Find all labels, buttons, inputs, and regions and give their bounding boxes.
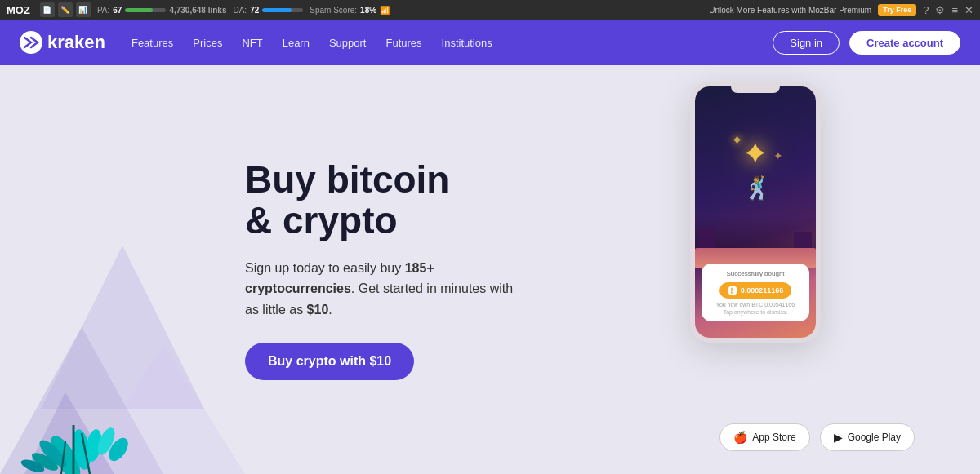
nav-links: Features Prices NFT Learn Support Future… (131, 37, 492, 49)
google-play-label: Google Play (848, 432, 901, 443)
nav-prices[interactable]: Prices (193, 37, 222, 49)
moz-icon-edit[interactable]: ✏️ (58, 2, 73, 17)
sparkle-small-icon: ✦ (773, 149, 783, 162)
hero-content: Buy bitcoin & crypto Sign up today to ea… (245, 159, 523, 381)
moz-settings-icon[interactable]: ⚙ (935, 4, 945, 16)
kraken-logo-icon (20, 31, 42, 54)
moz-close-icon[interactable]: ✕ (964, 4, 973, 16)
app-store-button[interactable]: 🍎 App Store (719, 423, 809, 451)
moz-da-bar (262, 8, 303, 12)
phone-amount-value: 0.000211166 (741, 286, 784, 295)
phone-success-title: Successfully bought (710, 270, 801, 277)
app-store-label: App Store (752, 432, 795, 443)
buy-crypto-button[interactable]: Buy crypto with $10 (245, 343, 414, 380)
hero-section: Buy bitcoin & crypto Sign up today to ea… (0, 65, 980, 474)
nav-nft[interactable]: NFT (242, 37, 262, 49)
signin-button[interactable]: Sign in (773, 31, 840, 55)
sparkle-icon: ✦ (731, 131, 743, 149)
phone-dismiss-text: Tap anywhere to dismiss. (710, 309, 801, 315)
play-icon: ▶ (834, 431, 843, 444)
moz-icon-chart[interactable]: 📊 (76, 2, 91, 17)
moz-logo: MOZ (7, 4, 30, 16)
btc-icon: ₿ (728, 286, 737, 295)
apple-icon: 🍎 (733, 431, 747, 444)
moz-spam-metric: Spam Score: 18% 📶 (310, 6, 390, 15)
phone-success-panel: Successfully bought ₿ 0.000211166 You no… (702, 264, 809, 322)
nav-right: Sign in Create account (773, 31, 960, 55)
google-play-button[interactable]: ▶ Google Play (820, 423, 915, 451)
moz-pa-bar (125, 8, 166, 12)
hero-title: Buy bitcoin & crypto (245, 159, 523, 241)
phone-notch (731, 86, 780, 93)
phone-mockup: ✦ ✦ ✦ 🕺 Successfully bought ₿ 0.00021116… (690, 82, 821, 343)
nav-learn[interactable]: Learn (283, 37, 310, 49)
store-buttons: 🍎 App Store ▶ Google Play (719, 423, 915, 451)
moz-menu-icon[interactable]: ≡ (951, 4, 958, 16)
moz-unlock-text: Unlock More Features with MozBar Premium (709, 6, 871, 15)
moz-icon-page[interactable]: 📄 (40, 2, 55, 17)
kraken-logo-text: kraken (47, 32, 105, 53)
moz-pa-metric: PA: 67 4,730,648 links (97, 6, 227, 15)
nav-institutions[interactable]: Institutions (442, 37, 492, 49)
moz-help-icon[interactable]: ? (923, 4, 929, 16)
nav-futures[interactable]: Futures (385, 37, 421, 49)
nav-support[interactable]: Support (329, 37, 367, 49)
moz-icon-group: 📄 ✏️ 📊 (40, 2, 91, 17)
hero-description: Sign up today to easily buy 185+ cryptoc… (245, 258, 523, 321)
moz-right-section: Unlock More Features with MozBar Premium… (709, 4, 973, 16)
moz-toolbar: MOZ 📄 ✏️ 📊 PA: 67 4,730,648 links DA: 72… (0, 0, 980, 20)
starburst-icon: ✦ (742, 137, 769, 170)
kraken-navbar: kraken Features Prices NFT Learn Support… (0, 20, 980, 65)
moz-da-metric: DA: 72 (233, 6, 303, 15)
phone-mockup-area: ✦ ✦ ✦ 🕺 Successfully bought ₿ 0.00021116… (690, 82, 833, 343)
kraken-logo[interactable]: kraken (20, 31, 105, 54)
moz-try-free-button[interactable]: Try Free (878, 4, 916, 16)
create-account-button[interactable]: Create account (849, 31, 960, 55)
figure-icon: 🕺 (743, 175, 772, 202)
phone-success-amount: ₿ 0.000211166 (719, 282, 792, 299)
phone-screen: ✦ ✦ ✦ 🕺 Successfully bought ₿ 0.00021116… (695, 86, 816, 338)
hero-left-decoration (0, 82, 245, 474)
phone-success-subtitle: You now own BTC 0.00541166 (710, 302, 801, 308)
nav-features[interactable]: Features (131, 37, 173, 49)
